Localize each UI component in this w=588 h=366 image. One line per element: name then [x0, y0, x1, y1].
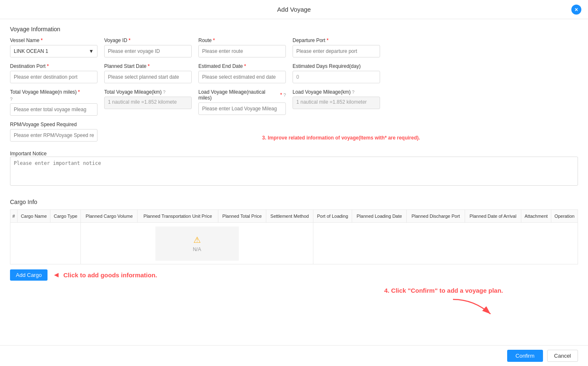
col-attachment: Attachment: [521, 210, 551, 223]
load-mileage-nautical-help-icon[interactable]: ?: [283, 92, 286, 97]
estimated-end-date-input[interactable]: [198, 71, 286, 83]
hint4-text: 4. Click "Confirm" to add a voyage plan.: [384, 287, 503, 294]
departure-port-required: *: [327, 37, 329, 43]
departure-port-input[interactable]: [293, 45, 380, 57]
cancel-button[interactable]: Cancel: [547, 350, 578, 362]
total-mileage-km-group: Total Voyage Mileage(km) ? 1 nautical mi…: [104, 89, 192, 109]
planned-start-date-label: Planned Start Date *: [104, 63, 192, 69]
important-notice-label: Important Notice: [10, 151, 578, 157]
modal-body: Voyage Information Vessel Name * LINK OC…: [0, 19, 588, 343]
estimated-days-input[interactable]: [293, 71, 380, 83]
load-mileage-km-readonly: 1 nautical mile =1.852 kilometer: [293, 97, 380, 109]
important-notice-section: Important Notice: [10, 151, 578, 187]
route-label: Route *: [198, 37, 286, 43]
vessel-name-group: Vessel Name * LINK OCEAN 1 ▼: [10, 37, 98, 57]
col-port-of-loading: Port of Loading: [313, 210, 352, 223]
important-notice-input[interactable]: [10, 157, 578, 186]
load-mileage-nautical-required: *: [280, 92, 282, 98]
load-mileage-nautical-label: Load Voyage Mileage(nautical miles) * ?: [198, 89, 286, 101]
arrow-down-right-container: [449, 297, 503, 318]
vessel-name-select[interactable]: LINK OCEAN 1 ▼: [10, 45, 98, 57]
form-row-2: Destination Port * Planned Start Date * …: [10, 63, 578, 83]
confirm-button[interactable]: Confirm: [507, 350, 543, 362]
load-mileage-nautical-input[interactable]: [198, 102, 286, 115]
route-input[interactable]: [198, 45, 286, 57]
col-planned-total-price: Planned Total Price: [218, 210, 266, 223]
departure-port-label: Departure Port *: [293, 37, 380, 43]
form-row-3: Total Voyage Mileage(n miles) * ? Total …: [10, 89, 578, 116]
col-settlement-method: Settlement Method: [266, 210, 313, 223]
cargo-info-title: Cargo Info: [10, 199, 578, 205]
rpm-label: RPM/Voyage Speed Required: [10, 122, 98, 127]
modal-overlay: Add Voyage × Voyage Information Vessel N…: [0, 0, 588, 366]
total-mileage-miles-input[interactable]: [10, 103, 98, 116]
hint4-block: 4. Click "Confirm" to add a voyage plan.: [384, 287, 503, 318]
cargo-table-body: ⚠ N/A: [10, 223, 578, 264]
col-hash: #: [10, 210, 18, 223]
col-cargo-name: Cargo Name: [17, 210, 50, 223]
total-mileage-km-label: Total Voyage Mileage(km) ?: [104, 89, 192, 95]
vessel-name-required: *: [41, 37, 43, 43]
cargo-table: # Cargo Name Cargo Type Planned Cargo Vo…: [10, 209, 578, 264]
hint3-text: 3. Improve related information of voyage…: [262, 135, 420, 141]
voyage-id-required: *: [128, 37, 130, 43]
arrow-down-right-svg: [449, 297, 499, 318]
estimated-days-label: Estimated Days Required(day): [293, 63, 380, 69]
voyage-id-group: Voyage ID *: [104, 37, 192, 57]
cargo-empty-right: [313, 223, 578, 264]
estimated-end-date-group: Estimated End Date *: [198, 63, 286, 83]
col-planned-cargo-volume: Planned Cargo Volume: [81, 210, 138, 223]
rpm-input[interactable]: [10, 129, 98, 142]
col-operation: Operation: [551, 210, 578, 223]
estimated-end-date-label: Estimated End Date *: [198, 63, 286, 69]
cargo-empty-row: ⚠ N/A: [10, 223, 578, 264]
estimated-end-required: *: [244, 63, 246, 69]
destination-port-group: Destination Port *: [10, 63, 98, 83]
voyage-info-block: Vessel Name * LINK OCEAN 1 ▼ Voyage ID *: [10, 37, 578, 194]
add-cargo-hint: ◄ Click to add goods information.: [53, 271, 157, 279]
empty-text: N/A: [193, 246, 201, 252]
voyage-info-title: Voyage Information: [10, 26, 578, 32]
cargo-table-head: # Cargo Name Cargo Type Planned Cargo Vo…: [10, 210, 578, 223]
col-cargo-type: Cargo Type: [50, 210, 81, 223]
vessel-name-label: Vessel Name *: [10, 37, 98, 43]
planned-start-date-input[interactable]: [104, 71, 192, 83]
route-required: *: [213, 37, 215, 43]
hint4-container: 4. Click "Confirm" to add a voyage plan.: [10, 281, 578, 331]
total-mileage-help-icon[interactable]: ?: [10, 97, 98, 102]
cargo-table-header-row: # Cargo Name Cargo Type Planned Cargo Vo…: [10, 210, 578, 223]
form-row-4: RPM/Voyage Speed Required 3. Improve rel…: [10, 122, 578, 144]
warning-icon: ⚠: [193, 235, 201, 245]
load-mileage-nautical-group: Load Voyage Mileage(nautical miles) * ?: [198, 89, 286, 115]
modal-header: Add Voyage ×: [0, 0, 588, 19]
planned-start-date-group: Planned Start Date *: [104, 63, 192, 83]
cargo-empty-left: [10, 223, 81, 264]
voyage-id-label: Voyage ID *: [104, 37, 192, 43]
total-mileage-miles-group: Total Voyage Mileage(n miles) * ?: [10, 89, 98, 116]
arrow-left-icon: ◄: [53, 271, 60, 279]
col-planned-loading-date: Planned Loading Date: [352, 210, 407, 223]
load-mileage-km-help-icon[interactable]: ?: [352, 90, 354, 95]
cargo-empty-center: ⚠ N/A: [81, 223, 313, 264]
form-row-1: Vessel Name * LINK OCEAN 1 ▼ Voyage ID *: [10, 37, 578, 57]
load-mileage-km-group: Load Voyage Mileage(km) ? 1 nautical mil…: [293, 89, 380, 109]
total-mileage-miles-label: Total Voyage Mileage(n miles) *: [10, 89, 98, 95]
total-mileage-miles-required: *: [78, 89, 80, 95]
add-cargo-button[interactable]: Add Cargo: [10, 269, 48, 281]
voyage-id-input[interactable]: [104, 45, 192, 57]
destination-port-input[interactable]: [10, 71, 98, 83]
load-mileage-km-label: Load Voyage Mileage(km) ?: [293, 89, 380, 95]
planned-start-required: *: [148, 63, 150, 69]
modal-title: Add Voyage: [277, 6, 311, 13]
estimated-days-group: Estimated Days Required(day): [293, 63, 380, 83]
rpm-group: RPM/Voyage Speed Required: [10, 122, 98, 142]
route-group: Route *: [198, 37, 286, 57]
col-planned-transport-unit-price: Planned Transportation Unit Price: [138, 210, 218, 223]
add-cargo-row: Add Cargo ◄ Click to add goods informati…: [10, 269, 578, 281]
close-button[interactable]: ×: [571, 5, 581, 15]
col-planned-date-of-arrival: Planned Date of Arrival: [465, 210, 521, 223]
destination-port-label: Destination Port *: [10, 63, 98, 69]
total-mileage-km-help-icon[interactable]: ?: [163, 90, 165, 95]
modal-footer: Confirm Cancel: [0, 345, 588, 366]
hint3-container: 3. Improve related information of voyage…: [104, 122, 578, 144]
